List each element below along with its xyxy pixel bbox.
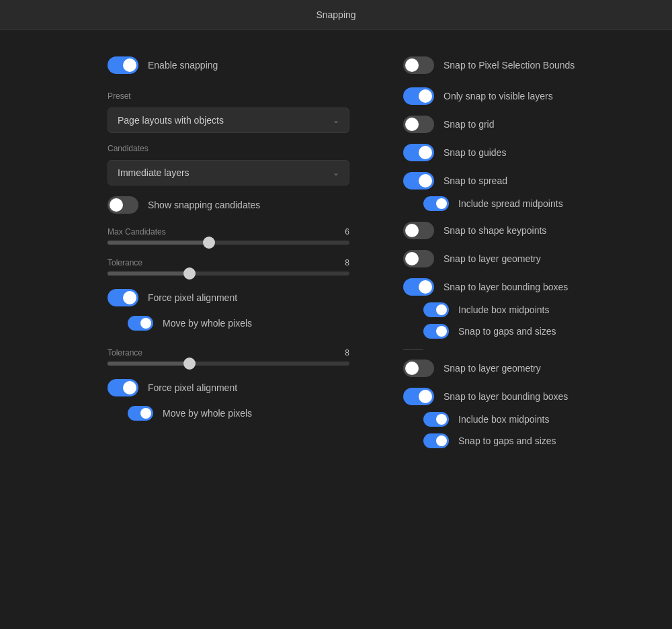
show-candidates-knob xyxy=(110,198,123,212)
snap-layer-bounding-boxes2-label: Snap to layer bounding boxes xyxy=(444,391,568,402)
snap-shape-keypoints-row: Snap to shape keypoints xyxy=(403,222,645,239)
tolerance1-fill xyxy=(108,271,190,276)
max-candidates-label: Max Candidates xyxy=(108,227,166,237)
move-whole1-label: Move by whole pixels xyxy=(163,318,252,329)
snap-gaps-sizes1-toggle[interactable] xyxy=(423,324,449,339)
candidates-label: Candidates xyxy=(108,144,349,153)
snap-layer-geometry1-label: Snap to layer geometry xyxy=(444,253,541,264)
snap-gaps-sizes2-knob xyxy=(436,435,447,446)
snap-spread-row: Snap to spread xyxy=(403,172,645,190)
max-candidates-track[interactable] xyxy=(108,241,349,245)
tolerance2-header: Tolerance 8 xyxy=(108,348,349,358)
include-box-midpoints2-row: Include box midpoints xyxy=(423,412,645,427)
snap-spread-toggle[interactable] xyxy=(403,172,434,190)
tolerance2-value: 8 xyxy=(345,348,349,358)
include-box-midpoints1-row: Include box midpoints xyxy=(423,302,645,317)
include-box-midpoints1-knob xyxy=(436,304,447,315)
snap-layer-bounding-boxes1-row: Snap to layer bounding boxes xyxy=(403,278,645,296)
enable-snapping-row: Enable snapping xyxy=(108,56,349,74)
snap-layer-bounding-boxes2-toggle[interactable] xyxy=(403,388,434,405)
snap-guides-row: Snap to guides xyxy=(403,144,645,161)
force-pixel1-label: Force pixel alignment xyxy=(148,292,237,303)
tolerance1-header: Tolerance 8 xyxy=(108,258,349,267)
tolerance2-container: Tolerance 8 xyxy=(108,348,349,366)
move-whole2-toggle[interactable] xyxy=(128,406,153,421)
snap-grid-label: Snap to grid xyxy=(444,119,495,130)
force-pixel2-label: Force pixel alignment xyxy=(148,382,237,393)
snap-pixel-bounds-label: Snap to Pixel Selection Bounds xyxy=(444,60,575,71)
tolerance2-fill xyxy=(108,362,190,366)
force-pixel2-toggle[interactable] xyxy=(108,379,138,396)
snap-layer-geometry1-row: Snap to layer geometry xyxy=(403,250,645,267)
page-title: Snapping xyxy=(316,9,355,20)
tolerance2-thumb[interactable] xyxy=(183,358,196,370)
snap-pixel-bounds-knob xyxy=(405,58,419,72)
snap-layer-bounding-boxes1-toggle[interactable] xyxy=(403,278,434,296)
max-candidates-header: Max Candidates 6 xyxy=(108,227,349,237)
snap-layer-geometry2-knob xyxy=(405,362,419,375)
snap-layer-geometry1-toggle[interactable] xyxy=(403,250,434,267)
snap-layer-geometry2-label: Snap to layer geometry xyxy=(444,363,541,374)
snap-shape-keypoints-toggle[interactable] xyxy=(403,222,434,239)
move-whole2-label: Move by whole pixels xyxy=(163,408,252,419)
include-box-midpoints2-knob xyxy=(436,414,447,425)
preset-label: Preset xyxy=(108,91,349,101)
snap-gaps-sizes2-toggle[interactable] xyxy=(423,433,449,448)
move-whole1-row: Move by whole pixels xyxy=(128,316,349,331)
snap-layer-geometry1-knob xyxy=(405,252,419,265)
snap-pixel-bounds-row: Snap to Pixel Selection Bounds xyxy=(403,56,645,74)
include-spread-midpoints-row: Include spread midpoints xyxy=(423,196,645,211)
snap-grid-toggle[interactable] xyxy=(403,116,434,133)
snap-pixel-bounds-toggle[interactable] xyxy=(403,56,434,74)
force-pixel1-knob xyxy=(123,291,136,304)
include-box-midpoints2-toggle[interactable] xyxy=(423,412,449,427)
snap-layer-bounding-boxes1-label: Snap to layer bounding boxes xyxy=(444,282,568,292)
snap-spread-label: Snap to spread xyxy=(444,175,507,186)
snap-gaps-sizes2-label: Snap to gaps and sizes xyxy=(458,435,556,446)
tolerance2-track[interactable] xyxy=(108,362,349,366)
snap-spread-knob xyxy=(419,174,432,187)
snap-shape-keypoints-knob xyxy=(405,224,419,237)
title-bar: Snapping xyxy=(0,0,672,30)
snap-layer-geometry2-toggle[interactable] xyxy=(403,360,434,377)
snap-visible-layers-row: Only snap to visible layers xyxy=(403,87,645,105)
preset-dropdown[interactable]: Page layouts with objects ⌄ xyxy=(108,108,349,133)
force-pixel1-toggle[interactable] xyxy=(108,289,138,306)
tolerance2-label: Tolerance xyxy=(108,348,142,358)
snap-gaps-sizes1-label: Snap to gaps and sizes xyxy=(458,326,556,337)
include-box-midpoints1-toggle[interactable] xyxy=(423,302,449,317)
include-spread-midpoints-label: Include spread midpoints xyxy=(458,198,563,209)
max-candidates-value: 6 xyxy=(345,227,349,237)
force-pixel2-knob xyxy=(123,381,136,394)
snap-visible-layers-toggle[interactable] xyxy=(403,87,434,105)
snap-guides-toggle[interactable] xyxy=(403,144,434,161)
left-panel: Enable snapping Preset Page layouts with… xyxy=(0,50,376,467)
enable-snapping-knob xyxy=(123,58,136,72)
snap-gaps-sizes1-knob xyxy=(436,326,447,337)
snap-guides-label: Snap to guides xyxy=(444,147,506,158)
show-candidates-toggle[interactable] xyxy=(108,196,138,214)
include-spread-midpoints-toggle[interactable] xyxy=(423,196,449,211)
move-whole2-row: Move by whole pixels xyxy=(128,406,349,421)
snap-visible-layers-label: Only snap to visible layers xyxy=(444,91,553,101)
move-whole1-toggle[interactable] xyxy=(128,316,153,331)
snap-guides-knob xyxy=(419,146,432,159)
candidates-value: Immediate layers xyxy=(118,167,190,178)
tolerance1-track[interactable] xyxy=(108,271,349,276)
snap-gaps-sizes1-row: Snap to gaps and sizes xyxy=(423,324,645,339)
tolerance1-label: Tolerance xyxy=(108,258,142,267)
force-pixel1-row: Force pixel alignment xyxy=(108,289,349,306)
enable-snapping-toggle[interactable] xyxy=(108,56,138,74)
snap-layer-geometry2-row: Snap to layer geometry xyxy=(403,360,645,377)
move-whole2-knob xyxy=(140,408,151,419)
candidates-dropdown[interactable]: Immediate layers ⌄ xyxy=(108,160,349,185)
show-candidates-row: Show snapping candidates xyxy=(108,196,349,214)
include-box-midpoints2-label: Include box midpoints xyxy=(458,414,549,425)
section-divider xyxy=(403,349,423,350)
tolerance1-thumb[interactable] xyxy=(183,267,196,280)
max-candidates-thumb[interactable] xyxy=(203,237,215,249)
snap-layer-bounding-boxes2-row: Snap to layer bounding boxes xyxy=(403,388,645,405)
max-candidates-container: Max Candidates 6 xyxy=(108,227,349,245)
force-pixel2-row: Force pixel alignment xyxy=(108,379,349,396)
right-panel: Snap to Pixel Selection Bounds Only snap… xyxy=(376,50,672,467)
